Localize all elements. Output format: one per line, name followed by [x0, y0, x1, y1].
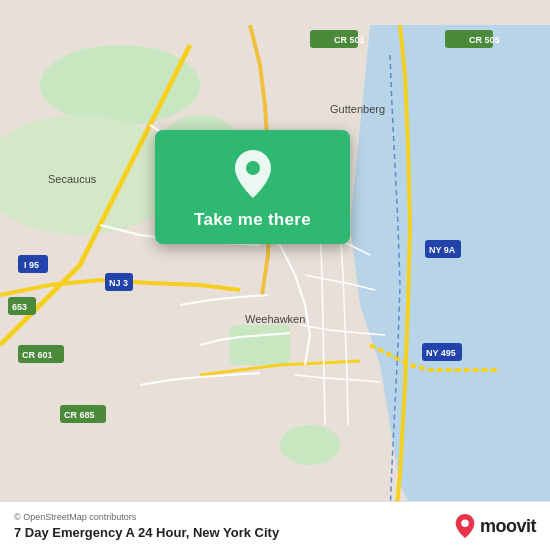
map-attribution: © OpenStreetMap contributors	[14, 512, 279, 522]
svg-text:Secaucus: Secaucus	[48, 173, 97, 185]
svg-point-32	[461, 520, 468, 527]
take-me-there-button-label: Take me there	[194, 210, 311, 230]
bottom-bar: © OpenStreetMap contributors 7 Day Emerg…	[0, 501, 550, 550]
svg-text:CR 685: CR 685	[64, 410, 95, 420]
svg-text:CR 501: CR 501	[334, 35, 365, 45]
svg-text:NY 9A: NY 9A	[429, 245, 456, 255]
svg-text:Guttenberg: Guttenberg	[330, 103, 385, 115]
svg-text:CR 601: CR 601	[22, 350, 53, 360]
svg-text:CR 505: CR 505	[469, 35, 500, 45]
svg-text:NY 495: NY 495	[426, 348, 456, 358]
svg-point-5	[40, 45, 200, 125]
location-pin-icon	[231, 148, 275, 200]
svg-point-8	[280, 425, 340, 465]
pin-icon-container	[227, 148, 279, 200]
svg-rect-7	[230, 325, 290, 365]
svg-text:NJ 3: NJ 3	[109, 278, 128, 288]
moovit-pin-icon	[454, 513, 476, 539]
map-background: CR 501 CR 505 I 95 NJ 3 CR 601 653 CR 68…	[0, 0, 550, 550]
location-name: 7 Day Emergency A 24 Hour, New York City	[14, 525, 279, 540]
take-me-there-card[interactable]: Take me there	[155, 130, 350, 244]
moovit-brand-text: moovit	[480, 516, 536, 537]
svg-text:653: 653	[12, 302, 27, 312]
map-container: CR 501 CR 505 I 95 NJ 3 CR 601 653 CR 68…	[0, 0, 550, 550]
location-info: © OpenStreetMap contributors 7 Day Emerg…	[14, 512, 279, 540]
moovit-logo: moovit	[454, 513, 536, 539]
svg-point-31	[246, 161, 260, 175]
svg-text:Weehawken: Weehawken	[245, 313, 305, 325]
svg-text:I 95: I 95	[24, 260, 39, 270]
